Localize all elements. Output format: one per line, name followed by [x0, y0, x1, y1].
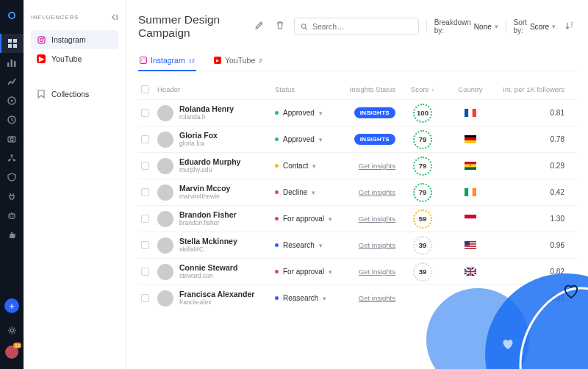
sidebar-item-collections[interactable]: Collections — [31, 85, 118, 104]
search-box[interactable] — [294, 18, 419, 35]
user-handle: steward.con — [179, 272, 237, 279]
sidebar-item-label: YouTube — [51, 54, 82, 63]
sidepanel-heading: INFLUENCERS — [31, 14, 79, 21]
rail-network[interactable] — [0, 148, 24, 168]
row-checkbox[interactable] — [141, 241, 149, 249]
main-content: Summer Design Campaign Breakdown by: Non… — [126, 0, 588, 369]
instagram-icon: ◯ — [140, 57, 147, 64]
status-dropdown[interactable]: For approval▾ — [275, 215, 332, 223]
col-score[interactable]: Score ↓ — [398, 81, 447, 98]
user-handle: murphy.edu — [179, 166, 240, 173]
influencer-table: Header Status Insights Status Score ↓ Co… — [138, 79, 576, 311]
svg-point-19 — [10, 329, 13, 332]
user-handle: francis-alex — [179, 298, 254, 306]
get-insights-link[interactable]: Get insights — [359, 241, 395, 249]
get-insights-link[interactable]: Get insights — [359, 162, 395, 170]
user-cell[interactable]: Stella MckinneystellaMC — [157, 237, 237, 253]
country-cell — [447, 106, 494, 120]
table-row: Stella MckinneystellaMCResearch▾Get insi… — [138, 232, 576, 258]
rail-target[interactable] — [0, 91, 24, 110]
status-dropdown[interactable]: Research▾ — [275, 241, 323, 249]
status-dropdown[interactable]: Approved▾ — [275, 135, 323, 143]
svg-rect-34 — [465, 188, 468, 196]
row-checkbox[interactable] — [141, 294, 149, 302]
select-all-checkbox[interactable] — [141, 85, 149, 93]
user-avatar[interactable]: 12 — [5, 345, 18, 359]
search-icon — [301, 23, 308, 31]
rail-analytics[interactable] — [0, 53, 24, 72]
user-cell[interactable]: Eduardo Murphymurphy.edu — [157, 157, 240, 173]
chevron-down-icon: ▾ — [319, 242, 323, 249]
table-header: Header Status Insights Status Score ↓ Co… — [138, 79, 576, 99]
rail-camera[interactable] — [0, 129, 24, 148]
status-dot — [275, 296, 279, 300]
rail-like[interactable] — [0, 225, 24, 244]
user-cell[interactable]: Connie Stewardsteward.con — [157, 263, 237, 279]
user-name: Francisca Alexander — [179, 290, 254, 298]
rail-settings[interactable] — [0, 320, 24, 340]
rail-bot[interactable] — [0, 206, 24, 225]
rail-clock[interactable] — [0, 110, 24, 129]
chevron-down-icon: ▾ — [312, 162, 316, 170]
avatar — [157, 211, 173, 227]
rail-growth[interactable] — [0, 72, 24, 91]
add-button[interactable]: + — [4, 298, 19, 313]
svg-point-13 — [11, 154, 13, 157]
collapse-icon[interactable] — [110, 13, 118, 21]
sidebar-item-instagram[interactable]: Instagram — [31, 30, 118, 49]
tab-instagram[interactable]: ◯Instagram12 — [138, 51, 196, 71]
topbar: Summer Design Campaign Breakdown by: Non… — [138, 13, 576, 40]
user-cell[interactable]: Gloria Foxgloria.fox — [157, 131, 218, 147]
platform-tabs: ◯Instagram12▶YouTube2 — [138, 51, 576, 71]
svg-point-18 — [12, 215, 14, 217]
status-dot — [275, 190, 279, 194]
row-checkbox[interactable] — [141, 162, 149, 170]
tab-youtube[interactable]: ▶YouTube2 — [212, 51, 263, 71]
rail-shield[interactable] — [0, 168, 24, 187]
ipk-value: 0.82 — [551, 268, 564, 276]
row-checkbox[interactable] — [141, 268, 149, 276]
country-cell — [447, 185, 494, 199]
table-row: Marvin Mccoymarvin4thewinDecline▾Get ins… — [138, 179, 576, 205]
status-dot — [275, 217, 279, 221]
row-checkbox[interactable] — [141, 188, 149, 196]
status-dropdown[interactable]: Decline▾ — [275, 188, 315, 196]
rail-plug[interactable] — [0, 187, 24, 206]
user-cell[interactable]: Marvin Mccoymarvin4thewin — [157, 184, 230, 200]
breakdown-control[interactable]: Breakdown by: None ▾ — [434, 18, 498, 35]
user-cell[interactable]: Rolanda Henryrolanda.h — [157, 104, 234, 121]
rail-dashboard[interactable] — [0, 34, 24, 53]
row-checkbox[interactable] — [141, 135, 149, 143]
sidebar-item-youtube[interactable]: ▶YouTube — [31, 49, 118, 68]
status-dropdown[interactable]: For approval▾ — [275, 268, 332, 276]
get-insights-link[interactable]: Get insights — [359, 294, 395, 302]
get-insights-link[interactable]: Get insights — [359, 215, 395, 223]
status-dropdown[interactable]: Contact▾ — [275, 162, 316, 170]
edit-button[interactable] — [252, 18, 266, 35]
status-dropdown[interactable]: Reasearch▾ — [275, 294, 326, 302]
svg-rect-37 — [465, 215, 476, 219]
user-handle: rolanda.h — [179, 113, 234, 121]
delete-button[interactable] — [273, 18, 287, 35]
svg-point-0 — [9, 12, 15, 18]
row-checkbox[interactable] — [141, 109, 149, 117]
status-dropdown[interactable]: Approved▾ — [275, 109, 323, 117]
user-cell[interactable]: Brandon Fisherbrandon.fisher — [157, 210, 237, 226]
chevron-down-icon: ▾ — [312, 189, 315, 196]
user-cell[interactable]: Francisca Alexanderfrancis-alex — [157, 290, 254, 306]
row-checkbox[interactable] — [141, 215, 149, 223]
svg-rect-7 — [14, 61, 16, 67]
user-name: Gloria Fox — [179, 131, 218, 140]
get-insights-link[interactable]: Get insights — [359, 188, 395, 196]
insights-badge: INSIGHTS — [354, 107, 395, 118]
side-panel: INFLUENCERS Instagram▶YouTube Collection… — [24, 0, 126, 369]
sort-direction-button[interactable] — [563, 18, 576, 35]
svg-point-21 — [40, 38, 43, 41]
status-dot — [275, 243, 279, 247]
svg-rect-26 — [473, 109, 476, 117]
sort-control[interactable]: Sort by: Score ▾ — [514, 18, 556, 35]
get-insights-link[interactable]: Get insights — [359, 268, 395, 276]
svg-rect-1 — [8, 39, 12, 43]
search-input[interactable] — [312, 22, 412, 31]
avatar — [157, 264, 173, 280]
